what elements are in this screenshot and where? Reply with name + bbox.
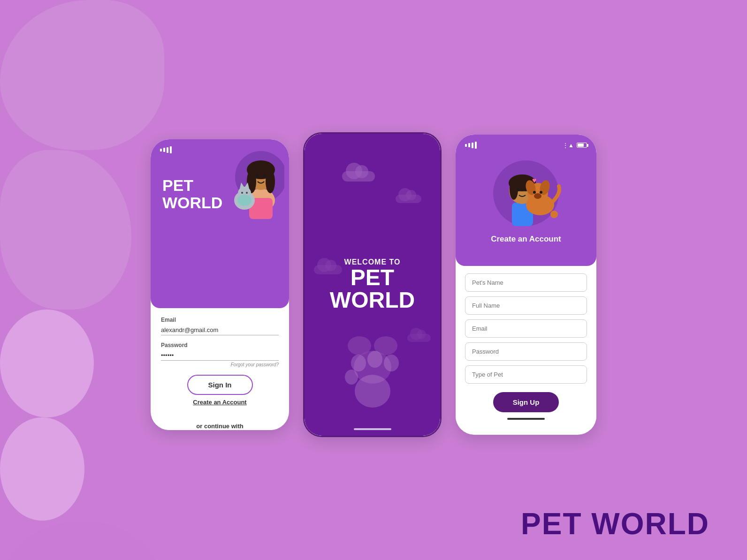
email-group: Email — [161, 317, 279, 335]
splash-title: PET WORLD — [330, 266, 415, 311]
register-top: ⋮▲ — [456, 135, 596, 266]
forgot-password-link[interactable]: Forgot your password? — [231, 362, 279, 367]
phones-row: PET WORLD Email Password Forgot your pas… — [151, 132, 596, 437]
svg-point-26 — [517, 189, 520, 191]
svg-point-36 — [550, 211, 558, 218]
paw-svg — [344, 349, 401, 410]
email-register-input[interactable] — [465, 319, 587, 338]
splash-inner: WELCOME TO PET WORLD — [305, 134, 440, 436]
reg-signal-4 — [475, 142, 477, 149]
svg-point-17 — [367, 351, 382, 368]
home-indicator-splash — [354, 428, 391, 430]
page-content: PET WORLD Email Password Forgot your pas… — [0, 0, 747, 560]
svg-point-6 — [256, 174, 259, 177]
cloud-1 — [342, 171, 375, 182]
email-label: Email — [161, 317, 279, 323]
girl-with-cat-svg — [219, 144, 284, 228]
reg-signal-1 — [465, 144, 467, 147]
person-with-dog-svg: ♥ — [488, 156, 564, 231]
svg-point-32 — [533, 191, 536, 194]
svg-point-15 — [237, 195, 252, 206]
svg-point-34 — [534, 193, 541, 199]
svg-point-33 — [540, 191, 542, 194]
password-input[interactable] — [161, 350, 279, 361]
sign-in-button[interactable]: Sign In — [187, 375, 253, 395]
create-account-title: Create an Account — [491, 231, 561, 244]
signal-bar-4 — [170, 146, 172, 153]
svg-point-25 — [510, 179, 518, 200]
battery-icon — [577, 143, 587, 148]
register-status-bar: ⋮▲ — [465, 142, 587, 149]
status-right: ⋮▲ — [563, 142, 587, 149]
or-continue-text: or continue with — [196, 423, 243, 430]
cloud-2 — [396, 195, 421, 203]
wifi-icon: ⋮▲ — [563, 142, 574, 149]
signal-bar-2 — [163, 148, 165, 152]
phone-login: PET WORLD Email Password Forgot your pas… — [151, 139, 289, 430]
brand-title: PET WORLD — [521, 507, 709, 541]
pets-name-input[interactable] — [465, 273, 587, 292]
email-input[interactable] — [161, 325, 279, 335]
svg-point-16 — [351, 355, 366, 371]
svg-point-18 — [384, 355, 399, 371]
signal-bar-3 — [167, 147, 168, 153]
phone-splash: WELCOME TO PET WORLD — [303, 132, 442, 437]
svg-point-14 — [246, 192, 248, 194]
password-label: Password — [161, 342, 279, 348]
social-login-section: or continue with G Continue with Google … — [151, 418, 289, 430]
svg-text:♥: ♥ — [532, 176, 537, 184]
password-register-input[interactable] — [465, 342, 587, 361]
cloud-4 — [407, 334, 431, 342]
signal-bar-1 — [160, 149, 162, 151]
login-form-section: Email Password Forgot your password? Sig… — [151, 308, 289, 418]
reg-signal-2 — [468, 143, 470, 147]
login-illustration — [219, 144, 284, 228]
forgot-row: Forgot your password? — [161, 362, 279, 367]
battery-fill — [578, 144, 584, 147]
svg-point-13 — [241, 192, 243, 194]
reg-signal-3 — [472, 143, 473, 148]
login-top-section: PET WORLD — [151, 139, 289, 308]
sign-up-button[interactable]: Sign Up — [493, 392, 559, 412]
svg-point-19 — [345, 370, 358, 385]
phone-register: ⋮▲ — [456, 135, 596, 435]
svg-point-7 — [263, 174, 266, 177]
type-of-pet-input[interactable] — [465, 365, 587, 384]
home-indicator — [507, 418, 545, 420]
register-illustration: ♥ — [488, 156, 564, 231]
password-group: Password Forgot your password? — [161, 342, 279, 367]
svg-point-5 — [266, 170, 275, 193]
svg-point-20 — [355, 375, 390, 408]
create-account-link[interactable]: Create an Account — [161, 399, 279, 406]
register-form: Sign Up — [456, 266, 596, 429]
full-name-input[interactable] — [465, 296, 587, 315]
